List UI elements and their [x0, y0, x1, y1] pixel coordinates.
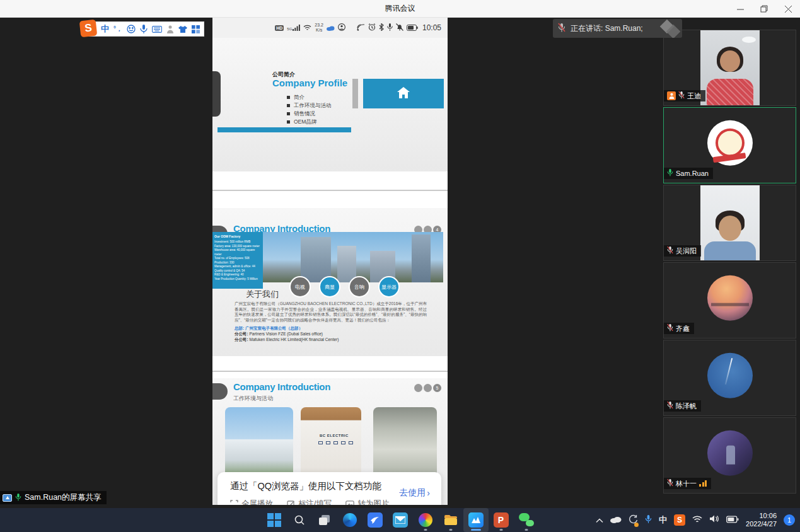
- tray-battery-icon[interactable]: [726, 514, 739, 526]
- slide1-accent-bar: [217, 127, 351, 132]
- participant-name-tag: 陈泽帆: [664, 400, 701, 412]
- active-mic-icon: [15, 492, 21, 504]
- passthrough-person-icon[interactable]: [166, 25, 174, 33]
- slide2-about-title: 关于我们: [246, 289, 279, 300]
- muted-mic-icon: [678, 90, 685, 101]
- sync-status-icon[interactable]: [629, 514, 638, 526]
- restore-button[interactable]: [752, 0, 776, 18]
- feature-fullscreen[interactable]: 全屏播放: [230, 499, 273, 505]
- page-divider: [212, 371, 448, 372]
- fullscreen-icon: [230, 500, 238, 505]
- slide3-page-dots: 5: [414, 384, 441, 392]
- feature-to-image[interactable]: 转为图片: [345, 499, 389, 505]
- screencast-icon: [357, 22, 365, 33]
- tray-volume-icon[interactable]: [709, 514, 719, 526]
- slide3-subtitle: 工作环境与活动: [233, 395, 273, 403]
- tray-wifi-icon[interactable]: [692, 514, 702, 526]
- search-button[interactable]: [287, 508, 312, 532]
- sogou-logo-icon[interactable]: S: [79, 20, 98, 38]
- powerpoint-icon[interactable]: P: [489, 508, 514, 532]
- alarm-icon: [368, 22, 376, 33]
- document-viewer[interactable]: 公司简介 Company Profile 简介 工作环境与活动 销售情况 OEM…: [212, 38, 448, 505]
- participant-name: 齐鑫: [676, 324, 690, 333]
- toolbox-grid-icon[interactable]: [192, 25, 200, 33]
- participant-name: 陈泽帆: [676, 402, 697, 411]
- sogou-input-toolbar[interactable]: S 中 °，: [82, 21, 204, 37]
- slide-company-introduction-1: Company Introduction 公司简介 4 Our ODM Fact…: [212, 208, 448, 356]
- voice-input-icon[interactable]: [140, 25, 148, 33]
- participant-name-tag: 林十一: [664, 478, 711, 489]
- taskbar-clock[interactable]: 10:06 2022/4/27: [746, 512, 777, 528]
- hd-badge: HD: [275, 25, 284, 31]
- phone-clock: 10:05: [422, 23, 441, 32]
- emoji-icon[interactable]: [127, 25, 136, 33]
- host-badge-icon: [667, 91, 676, 100]
- ime-indicator[interactable]: 中: [659, 514, 667, 526]
- sogou-tray-icon[interactable]: S: [674, 514, 685, 526]
- punctuation-mode-icon[interactable]: °，: [113, 25, 122, 33]
- screen-share-icon: [3, 494, 12, 502]
- thunder-app-icon[interactable]: [362, 508, 388, 532]
- slide1-bullet: 工作环境与活动: [287, 101, 332, 110]
- window-titlebar: 腾讯会议: [0, 0, 800, 18]
- participant-name-tag: Sam.Ruan: [664, 168, 713, 179]
- mail-app-icon[interactable]: [388, 508, 413, 532]
- share-banner-text: Sam.Ruan的屏幕共享: [25, 492, 101, 503]
- participant-video: [700, 185, 760, 260]
- task-view-button[interactable]: [312, 508, 337, 532]
- network-signal-icon: [699, 480, 707, 487]
- notification-count-badge[interactable]: 1: [784, 514, 795, 526]
- qq-browser-promo-card[interactable]: 通过「QQ浏览器」使用以下文档功能 去使用› 全屏播放 标注/填写 转为图片: [217, 472, 441, 505]
- participant-tile[interactable]: 林十一: [663, 417, 796, 494]
- category-circle: 音响: [349, 276, 370, 298]
- slide1-bullet: 简介: [287, 93, 332, 101]
- category-circle: 显示器: [378, 276, 400, 298]
- ime-mode-chinese[interactable]: 中: [101, 23, 109, 35]
- slide1-bullet: OEM品牌: [287, 118, 332, 126]
- file-explorer-icon[interactable]: [438, 508, 463, 532]
- participant-tile[interactable]: 齐鑫: [663, 262, 796, 338]
- participant-tile[interactable]: 王迪: [663, 30, 796, 106]
- participant-name: 王迪: [687, 91, 701, 101]
- participant-name-tag: 王迪: [664, 90, 705, 101]
- wechat-icon[interactable]: [514, 508, 539, 532]
- showroom-wall-text: BC ELECTRIC: [320, 434, 349, 437]
- participant-video-panel[interactable]: 王迪 Sam.Ruan 吴润阳 齐鑫: [663, 30, 796, 495]
- tray-mic-icon[interactable]: [645, 514, 652, 526]
- participant-avatar: [707, 352, 753, 398]
- slide-company-profile: 公司简介 Company Profile 简介 工作环境与活动 销售情况 OEM…: [212, 38, 448, 171]
- participant-tile-active-speaker[interactable]: Sam.Ruan: [663, 107, 796, 183]
- slide1-bullet-list: 简介 工作环境与活动 销售情况 OEM品牌: [287, 93, 332, 126]
- tray-expand-chevron[interactable]: [596, 514, 603, 526]
- battery-icon: [407, 22, 418, 33]
- speaker-avatar-shapes: [666, 21, 678, 37]
- feature-annotate[interactable]: 标注/填写: [287, 499, 332, 505]
- skin-shirt-icon[interactable]: [178, 25, 187, 33]
- showroom-wall-icons: [318, 441, 353, 444]
- slide1-gray-bar: [352, 79, 358, 108]
- phone-side-handle[interactable]: [212, 71, 221, 117]
- image-icon: [345, 500, 354, 506]
- slide1-heading-en: Company Profile: [272, 78, 347, 88]
- start-button[interactable]: [262, 508, 287, 532]
- participant-name: 吴润阳: [676, 246, 697, 256]
- taskbar-app-icons: P: [262, 508, 539, 532]
- participant-tile[interactable]: 吴润阳: [663, 185, 796, 261]
- edge-browser-icon[interactable]: [337, 508, 362, 532]
- close-button[interactable]: [776, 0, 800, 18]
- promo-go-button[interactable]: 去使用›: [399, 487, 430, 499]
- minimize-button[interactable]: [728, 0, 752, 18]
- keyboard-icon[interactable]: [152, 26, 162, 33]
- screen-share-view: HD 5G 23.2K/s 10:05 公司简介 Company Profile…: [212, 18, 448, 505]
- tencent-meeting-icon[interactable]: [463, 508, 489, 532]
- window-controls: [728, 0, 800, 18]
- active-speaker-banner: 正在讲话: Sam.Ruan;: [553, 19, 682, 38]
- photos-pinwheel-icon[interactable]: [413, 508, 438, 532]
- photo-building-exterior: [225, 407, 293, 478]
- phone-mic-icon: [387, 22, 393, 33]
- muted-mic-icon: [558, 23, 565, 35]
- weather-cloud-icon: [327, 22, 335, 33]
- participant-tile[interactable]: 陈泽帆: [663, 340, 796, 416]
- onedrive-cloud-icon[interactable]: [610, 514, 622, 526]
- active-mic-icon: [667, 168, 673, 179]
